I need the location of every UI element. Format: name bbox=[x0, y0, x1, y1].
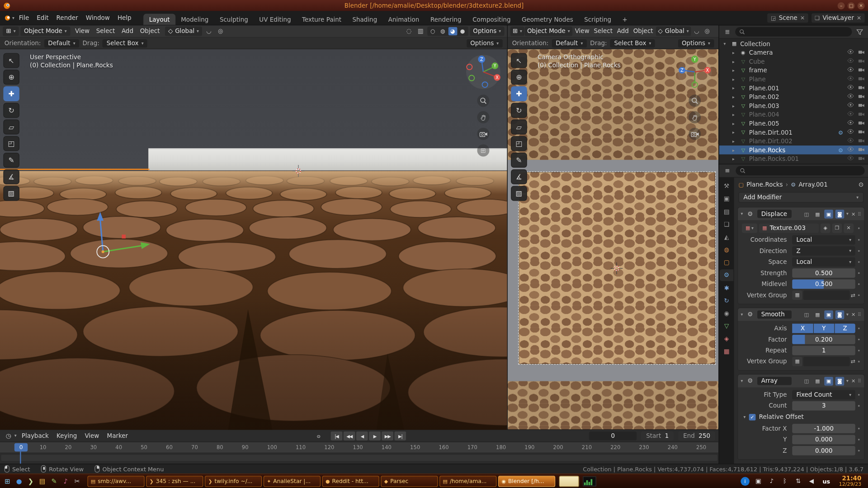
value-slider[interactable]: 0.000 bbox=[793, 435, 855, 444]
frame-plane-mesh[interactable] bbox=[148, 148, 507, 170]
viewlayer-selector[interactable]: ❏ ViewLayer ✕ bbox=[811, 13, 865, 23]
tool-button[interactable]: ✎ bbox=[511, 153, 527, 168]
tool-button[interactable]: ⊕ bbox=[3, 70, 19, 84]
delete-modifier-icon[interactable]: ✕ bbox=[851, 211, 855, 216]
disable-in-renders-camera-icon[interactable] bbox=[858, 93, 865, 101]
hide-in-viewport-eye-icon[interactable] bbox=[847, 145, 854, 155]
dropdown-field[interactable]: Fixed Count bbox=[793, 390, 855, 399]
timeline-track[interactable] bbox=[0, 453, 718, 463]
outliner-object-row[interactable]: ▸ ▽ Plane.005 ⚙ bbox=[719, 119, 868, 128]
expand-caret-icon[interactable]: ▸ bbox=[732, 94, 737, 99]
workspace-tab[interactable]: Animation bbox=[382, 14, 425, 25]
drag-dropdown[interactable]: Select Box ▾ bbox=[103, 39, 147, 47]
launcher-icon[interactable]: ❯ bbox=[25, 476, 36, 486]
disable-in-renders-camera-icon[interactable] bbox=[858, 84, 865, 92]
disable-in-renders-camera-icon[interactable] bbox=[858, 110, 865, 118]
viewport-canvas-right[interactable]: Camera Orthographic (0) Collection | Pla… bbox=[508, 49, 719, 430]
expand-caret-icon[interactable]: ▸ bbox=[732, 59, 737, 64]
hide-in-viewport-eye-icon[interactable] bbox=[847, 66, 854, 75]
viewport-menu[interactable]: Add bbox=[118, 27, 137, 36]
editor-type-button[interactable]: ⊞ ▾ bbox=[3, 27, 19, 36]
properties-search-input[interactable] bbox=[736, 166, 864, 175]
outliner-object-row[interactable]: ▸ ▽ Plane.Rocks ⚙ bbox=[719, 145, 868, 155]
expand-caret-icon[interactable]: ▸ bbox=[732, 139, 737, 144]
ortho-grid-icon[interactable]: ⊞ bbox=[477, 145, 490, 157]
expand-caret-icon[interactable]: ▸ bbox=[732, 50, 737, 55]
breadcrumb-object[interactable]: Plane.Rocks bbox=[746, 181, 783, 188]
render-toggle-icon[interactable]: ◙ bbox=[835, 376, 844, 385]
object-name[interactable]: Plane.002 bbox=[749, 93, 845, 100]
outliner-object-row[interactable]: ▸ ◉ Camera ⚙ bbox=[719, 48, 868, 57]
workspace-tab[interactable]: Rendering bbox=[425, 14, 467, 25]
show-in-viewport-toggle-icon[interactable]: ▣ bbox=[824, 376, 833, 385]
delete-modifier-icon[interactable]: ✕ bbox=[851, 378, 855, 384]
outliner-object-row[interactable]: ▸ ▽ Plane.003 ⚙ bbox=[719, 101, 868, 110]
viewport-canvas-left[interactable]: User Perspective (0) Collection | Plane.… bbox=[0, 49, 507, 430]
outliner-object-row[interactable]: ▸ ▽ Plane ⚙ bbox=[719, 75, 868, 84]
transport-button[interactable]: ◀ bbox=[356, 432, 368, 441]
vertex-group-field[interactable]: ▦⇄ bbox=[793, 357, 855, 366]
expand-caret-icon[interactable]: ▸ bbox=[732, 112, 737, 117]
launcher-icon[interactable]: ⊞ bbox=[2, 476, 13, 486]
workspace-tab[interactable]: Shading bbox=[347, 14, 382, 25]
show-in-editmode-toggle-icon[interactable]: ▦ bbox=[813, 376, 822, 385]
outliner-search-input[interactable] bbox=[735, 27, 852, 37]
viewport-menu[interactable]: Object bbox=[137, 27, 163, 36]
expand-caret-icon[interactable]: ▾ bbox=[723, 41, 728, 46]
viewport-menu[interactable]: Object bbox=[631, 27, 656, 36]
extras-caret-icon[interactable]: ▾ bbox=[846, 379, 849, 384]
object-name[interactable]: Plane.Rocks bbox=[749, 146, 836, 154]
shading-solid-icon[interactable]: ◍ bbox=[438, 27, 447, 35]
workspace-tab[interactable]: Modeling bbox=[175, 14, 214, 25]
taskbar-window-button[interactable]: ● Reddit - htt... bbox=[322, 475, 379, 486]
modifier-header[interactable]: ▾ ⚙ Displace ◫ ▦ ▣ ◙ ▾ ✕ ⠿ bbox=[738, 207, 864, 220]
hide-in-viewport-eye-icon[interactable] bbox=[847, 101, 854, 110]
modifier-name-field[interactable]: Displace bbox=[757, 210, 792, 218]
tool-button[interactable]: ✚ bbox=[511, 86, 527, 101]
show-in-viewport-toggle-icon[interactable]: ▣ bbox=[824, 310, 833, 319]
value-slider[interactable]: 3 bbox=[793, 401, 855, 410]
workspace-tab[interactable]: Texture Paint bbox=[297, 14, 347, 25]
modifier-header[interactable]: ▾ ⚙ Array ◫ ▦ ▣ ◙ ▾ ✕ ⠿ bbox=[738, 375, 864, 387]
workspace-tab[interactable]: Layout bbox=[144, 14, 175, 25]
value-slider[interactable]: 1 bbox=[793, 346, 855, 355]
tool-button[interactable]: ▱ bbox=[511, 119, 527, 134]
tray-icon[interactable]: ᛒ bbox=[780, 477, 789, 486]
transform-orientation-dropdown[interactable]: ◇ Global ▾ bbox=[165, 27, 203, 36]
tool-button[interactable]: ▱ bbox=[3, 119, 19, 134]
properties-tab[interactable]: ◍ bbox=[720, 244, 734, 256]
object-name[interactable]: Camera bbox=[749, 49, 845, 56]
camera-view-icon[interactable] bbox=[477, 128, 490, 140]
expand-caret-icon[interactable]: ▸ bbox=[732, 77, 737, 82]
disable-in-renders-camera-icon[interactable] bbox=[858, 137, 865, 145]
taskbar-window-button[interactable]: ◆ Parsec bbox=[381, 475, 438, 486]
keyboard-layout-indicator[interactable]: us bbox=[822, 478, 830, 484]
object-name[interactable]: frame bbox=[749, 67, 845, 74]
transport-button[interactable]: ▶| bbox=[394, 432, 406, 441]
hide-in-viewport-eye-icon[interactable] bbox=[847, 128, 854, 137]
edit-mode-display-toggle-icon[interactable]: ◫ bbox=[802, 310, 811, 319]
properties-tab[interactable]: ◭ bbox=[720, 231, 734, 243]
modifier-name-field[interactable]: Smooth bbox=[757, 310, 792, 319]
modifier-name-field[interactable]: Array bbox=[757, 377, 792, 385]
frame-end-field[interactable]: End 250 bbox=[678, 431, 715, 440]
outliner-object-row[interactable]: ▸ ▽ Plane.Rocks.001 ⚙ bbox=[719, 155, 868, 164]
collapse-caret-icon[interactable]: ▾ bbox=[741, 379, 743, 384]
dropdown-field[interactable]: Local bbox=[793, 235, 855, 244]
expand-caret-icon[interactable]: ▸ bbox=[732, 85, 737, 90]
extras-caret-icon[interactable]: ▾ bbox=[846, 312, 849, 317]
remove-viewlayer-icon[interactable]: ✕ bbox=[857, 15, 861, 21]
disable-in-renders-camera-icon[interactable] bbox=[858, 119, 865, 127]
browse-texture-button[interactable]: ▦ ▾ bbox=[742, 223, 757, 233]
timeline-menu[interactable]: View bbox=[81, 431, 103, 441]
transform-orientation-dropdown[interactable]: ◇ Global ▾ bbox=[656, 27, 691, 36]
proportional-edit-icon[interactable]: ◎ bbox=[216, 26, 226, 36]
outliner-object-row[interactable]: ▸ ▽ Plane.004 ⚙ bbox=[719, 110, 868, 119]
properties-tab[interactable]: ▽ bbox=[720, 320, 734, 332]
object-name[interactable]: Plane.Dirt.002 bbox=[749, 137, 845, 145]
show-in-editmode-toggle-icon[interactable]: ▦ bbox=[813, 209, 822, 218]
object-name[interactable]: Plane bbox=[749, 75, 845, 83]
expand-caret-icon[interactable]: ▸ bbox=[732, 130, 737, 135]
properties-tab[interactable]: ✱ bbox=[720, 282, 734, 294]
properties-tab[interactable]: ⚙ bbox=[720, 269, 734, 281]
